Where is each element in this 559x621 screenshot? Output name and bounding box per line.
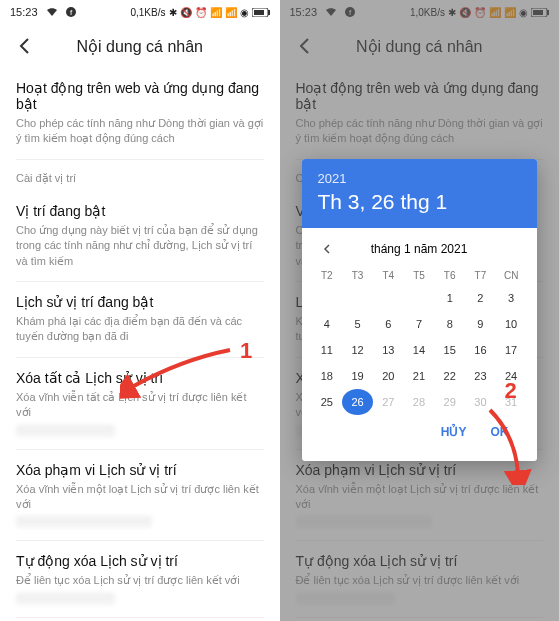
wifi-icon-2: ◉ [240,7,249,18]
picker-date[interactable]: Th 3, 26 thg 1 [318,190,521,214]
calendar-day[interactable]: 6 [373,311,404,337]
calendar-day[interactable]: 4 [312,311,343,337]
signal-icon: 📶 [210,7,222,18]
calendar-day[interactable]: 17 [496,337,527,363]
weekday-label: T7 [465,266,496,285]
item-sub: Khám phá lại các địa điểm bạn đã đến và … [16,314,264,345]
item-title: Xóa tất cả Lịch sử vị trí [16,370,264,386]
calendar-day[interactable]: 14 [404,337,435,363]
weekday-row: T2T3T4T5T6T7CN [312,266,527,285]
calendar-day[interactable]: 19 [342,363,373,389]
page-header: Nội dung cá nhân [0,24,280,68]
item-title: Hoạt động trên web và ứng dụng đang bật [16,80,264,112]
calendar-day[interactable]: 16 [465,337,496,363]
wifi-icon [46,7,58,17]
phone-left: 15:23 f 0,1KB/s ✱ 🔇 ⏰ 📶 📶 ◉ Nội dung cá … [0,0,280,621]
calendar-day: 27 [373,389,404,415]
status-net: 0,1KB/s [130,7,165,18]
redacted-text [16,593,115,605]
weekday-label: T6 [434,266,465,285]
item-title: Lịch sử vị trí đang bật [16,294,264,310]
month-row: tháng 1 năm 2021 [312,236,527,266]
calendar-day[interactable]: 18 [312,363,343,389]
svg-rect-3 [268,10,270,15]
weekday-label: T5 [404,266,435,285]
picker-header: 2021 Th 3, 26 thg 1 [302,159,537,228]
item-delete-range[interactable]: Xóa phạm vi Lịch sử vị trí Xóa vĩnh viễn… [16,450,264,542]
status-bar: 15:23 f 0,1KB/s ✱ 🔇 ⏰ 📶 📶 ◉ [0,0,280,24]
calendar-day[interactable]: 15 [434,337,465,363]
calendar-day[interactable]: 25 [312,389,343,415]
picker-year[interactable]: 2021 [318,171,521,186]
back-icon[interactable] [14,34,38,58]
bluetooth-icon: ✱ [169,7,177,18]
calendar-week: 25262728293031 [312,389,527,415]
chevron-left-icon[interactable] [318,240,336,258]
item-auto-delete[interactable]: Tự động xóa Lịch sử vị trí Để liên tục x… [16,541,264,617]
calendar-day[interactable]: 1 [434,285,465,311]
calendar-day[interactable]: 8 [434,311,465,337]
item-sub: Cho phép các tính năng như Dòng thời gia… [16,116,264,147]
calendar-day[interactable]: 11 [312,337,343,363]
calendar-day[interactable]: 12 [342,337,373,363]
calendar-day: 30 [465,389,496,415]
page-title: Nội dung cá nhân [38,37,242,56]
date-picker: 2021 Th 3, 26 thg 1 tháng 1 năm 2021 T2T… [302,159,537,461]
picker-body: tháng 1 năm 2021 T2T3T4T5T6T7CN ....1234… [302,228,537,461]
weekday-label: T2 [312,266,343,285]
calendar-day: 28 [404,389,435,415]
facebook-icon: f [66,7,76,17]
calendar-day[interactable]: 7 [404,311,435,337]
calendar-day[interactable]: 26 [342,389,373,415]
svg-rect-4 [254,10,264,15]
calendar-day[interactable]: 10 [496,311,527,337]
item-sub: Cho ứng dụng này biết vị trí của bạn để … [16,223,264,269]
calendar-day[interactable]: 21 [404,363,435,389]
redacted-text [16,425,115,437]
weekday-label: CN [496,266,527,285]
weekday-label: T4 [373,266,404,285]
battery-icon [252,8,270,17]
item-location[interactable]: Vị trí đang bật Cho ứng dụng này biết vị… [16,191,264,282]
section-location: Cài đặt vị trí [16,160,264,191]
item-title: Xóa phạm vi Lịch sử vị trí [16,462,264,478]
calendar-day[interactable]: 2 [465,285,496,311]
ok-button[interactable]: OK [491,425,509,439]
alarm-icon: ⏰ [195,7,207,18]
item-title: Tự động xóa Lịch sử vị trí [16,553,264,569]
weekday-label: T3 [342,266,373,285]
calendar-week: 18192021222324 [312,363,527,389]
annotation-label-2: 2 [505,378,517,404]
calendar-week: 45678910 [312,311,527,337]
calendar-week: 11121314151617 [312,337,527,363]
item-delete-all[interactable]: Xóa tất cả Lịch sử vị trí Xóa vĩnh viễn … [16,358,264,450]
calendar-day[interactable]: 20 [373,363,404,389]
item-sub: Xóa vĩnh viễn tất cả Lịch sử vị trí được… [16,390,264,421]
item-web-activity[interactable]: Hoạt động trên web và ứng dụng đang bật … [16,68,264,160]
status-time: 15:23 [10,6,38,18]
calendar-grid: ....123456789101112131415161718192021222… [312,285,527,415]
annotation-label-1: 1 [240,338,252,364]
calendar-day: 29 [434,389,465,415]
calendar-day[interactable]: 5 [342,311,373,337]
mute-icon: 🔇 [180,7,192,18]
month-label: tháng 1 năm 2021 [371,242,468,256]
phone-right: 15:23 f 1,0KB/s ✱ 🔇 ⏰ 📶 📶 ◉ Nội dung cá … [280,0,560,621]
item-title: Vị trí đang bật [16,203,264,219]
calendar-day[interactable]: 22 [434,363,465,389]
signal-icon-2: 📶 [225,7,237,18]
picker-actions: HỦY OK [312,415,527,453]
calendar-week: ....123 [312,285,527,311]
item-sub: Xóa vĩnh viễn một loạt Lịch sử vị trí đư… [16,482,264,513]
calendar-day[interactable]: 23 [465,363,496,389]
calendar-day[interactable]: 13 [373,337,404,363]
redacted-text [16,516,152,528]
calendar-day[interactable]: 3 [496,285,527,311]
content: Hoạt động trên web và ứng dụng đang bật … [0,68,280,621]
item-history[interactable]: Lịch sử vị trí đang bật Khám phá lại các… [16,282,264,358]
item-sub: Để liên tục xóa Lịch sử vị trí được liên… [16,573,264,588]
calendar-day[interactable]: 9 [465,311,496,337]
cancel-button[interactable]: HỦY [441,425,467,439]
